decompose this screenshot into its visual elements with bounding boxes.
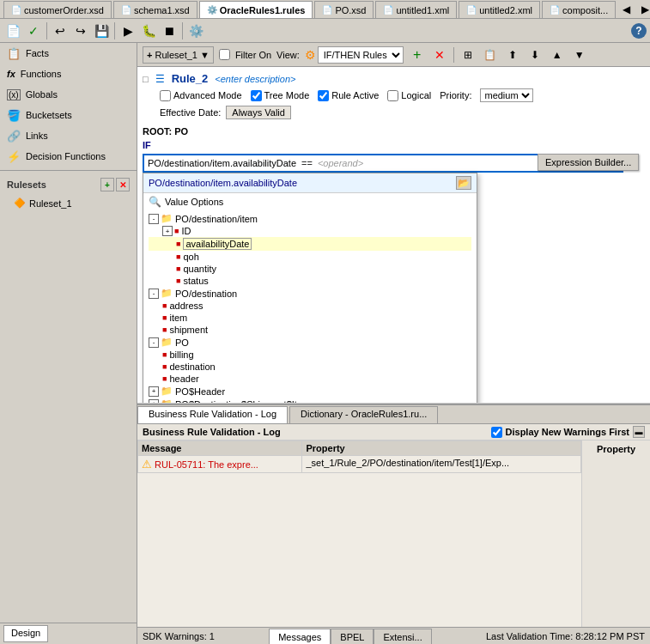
messages-tab[interactable]: Messages bbox=[269, 629, 331, 644]
expand-icon3[interactable]: - bbox=[149, 337, 159, 348]
status-tabs: Messages BPEL Extensi... bbox=[269, 628, 432, 644]
value-options-label: 🔍 Value Options bbox=[143, 193, 477, 210]
sidebar-item-globals[interactable]: (x) Globals bbox=[0, 84, 137, 105]
tree-node-availabilitydate[interactable]: ■ availabilityDate bbox=[149, 237, 471, 251]
if-label: IF bbox=[143, 140, 645, 150]
tree-node-id[interactable]: + ■ ID bbox=[149, 225, 471, 237]
tree-node-posdestshipitem[interactable]: + 📁 PO$Destination$Shipment$Item bbox=[149, 398, 471, 404]
tree-node-status[interactable]: ■ status bbox=[149, 275, 471, 287]
collapse-panel-btn[interactable]: ▬ bbox=[633, 426, 645, 438]
node-attr-icon5: ■ bbox=[176, 276, 180, 285]
delete-red-btn[interactable]: ✕ bbox=[431, 46, 448, 64]
tree-node-po-dest[interactable]: - 📁 PO/destination bbox=[149, 287, 471, 300]
move-up-btn[interactable]: ⬆ bbox=[504, 46, 521, 64]
expression-operand[interactable]: <operand> bbox=[318, 158, 363, 168]
tree-node-item[interactable]: ■ item bbox=[149, 312, 471, 324]
expression-path: PO/destination/item.availabilityDate bbox=[148, 158, 296, 168]
move-down-btn[interactable]: ⬇ bbox=[526, 46, 544, 64]
validation-table: Message Property ⚠ RUL-05711: The expre.… bbox=[137, 440, 581, 473]
tree-node-shipment[interactable]: ■ shipment bbox=[149, 324, 471, 336]
undo-btn[interactable]: ↩ bbox=[51, 21, 70, 40]
expand-all-btn[interactable]: ▲ bbox=[549, 46, 566, 64]
collapse-all-btn[interactable]: ▼ bbox=[571, 46, 588, 64]
extensi-tab[interactable]: Extensi... bbox=[374, 629, 431, 644]
sidebar-item-links[interactable]: 🔗 Links bbox=[0, 125, 137, 146]
logical-checkbox[interactable] bbox=[387, 90, 398, 101]
node-attr-icon: ■ bbox=[174, 227, 179, 235]
add-rule-btn[interactable]: + Ruleset_1 ▼ bbox=[143, 46, 214, 64]
validation-tab[interactable]: Business Rule Validation - Log bbox=[137, 406, 288, 423]
ruleset-icon: 🔶 bbox=[14, 197, 26, 209]
tree-node-posheader[interactable]: + 📁 PO$Header bbox=[149, 385, 471, 398]
tree-node-qoh[interactable]: ■ qoh bbox=[149, 251, 471, 263]
tab-poxsd[interactable]: 📄 PO.xsd bbox=[314, 1, 374, 18]
node-attr-icon2: ■ bbox=[176, 240, 180, 248]
tree-node-quantity[interactable]: ■ quantity bbox=[149, 263, 471, 275]
view-dropdown[interactable]: IF/THEN Rules Decision Table General Rul… bbox=[318, 46, 404, 64]
tree-node-header[interactable]: ■ header bbox=[149, 373, 471, 385]
tree-mode-checkbox[interactable] bbox=[251, 90, 262, 101]
copy-btn[interactable]: ⊞ bbox=[459, 46, 477, 64]
node-attr-icon9: ■ bbox=[162, 350, 167, 359]
dictionary-tab[interactable]: Dictionary - OracleRules1.ru... bbox=[289, 406, 438, 423]
sidebar-item-bucketsets[interactable]: 🪣 Bucketsets bbox=[0, 105, 137, 125]
nav-right-btn[interactable]: ▶ bbox=[636, 1, 650, 18]
root-label: ROOT: PO bbox=[143, 126, 645, 137]
expand-icon[interactable]: + bbox=[162, 226, 173, 236]
new-btn[interactable]: 📄 bbox=[3, 21, 22, 40]
expand-icon[interactable]: - bbox=[149, 214, 159, 224]
tab-untitled1[interactable]: 📄 untitled1.xml bbox=[375, 1, 457, 18]
node-attr-icon3: ■ bbox=[176, 252, 180, 261]
design-tab[interactable]: Design bbox=[3, 625, 48, 642]
rule-header-row: □ ☰ Rule_2 <enter description> bbox=[143, 72, 645, 85]
sidebar-item-functions[interactable]: fx Functions bbox=[0, 64, 137, 84]
dropdown-field-btn[interactable]: 📂 bbox=[456, 176, 471, 190]
run-btn[interactable]: ▶ bbox=[118, 21, 137, 40]
expression-builder-btn[interactable]: Expression Builder... bbox=[538, 154, 639, 171]
stop-btn[interactable]: ⏹ bbox=[160, 21, 179, 40]
filter-on-checkbox[interactable] bbox=[219, 49, 230, 60]
settings-btn[interactable]: ⚙️ bbox=[186, 21, 205, 40]
tree-node-address[interactable]: ■ address bbox=[149, 300, 471, 312]
toolbar-sep-1 bbox=[46, 22, 47, 39]
bottom-panel: Business Rule Validation - Log Dictionar… bbox=[137, 404, 650, 644]
rule-name: Rule_2 bbox=[172, 72, 209, 85]
redo-btn[interactable]: ↪ bbox=[71, 21, 90, 40]
advanced-mode-checkbox[interactable] bbox=[160, 90, 171, 101]
property-path: _set_1/Rule_2/PO/destination/item/Test[1… bbox=[302, 456, 581, 473]
display-warnings-checkbox[interactable] bbox=[491, 427, 502, 438]
always-valid-button[interactable]: Always Valid bbox=[226, 106, 291, 119]
tab-composit[interactable]: 📄 composit... bbox=[542, 1, 616, 18]
node-attr-icon6: ■ bbox=[162, 301, 167, 310]
ruleset-item-1[interactable]: 🔶 Ruleset_1 bbox=[0, 195, 137, 211]
rule-description[interactable]: <enter description> bbox=[215, 74, 295, 84]
debug-btn[interactable]: 🐛 bbox=[139, 21, 158, 40]
tree-node-po-dest-item[interactable]: - 📁 PO/destination/item bbox=[149, 212, 471, 225]
add-ruleset-btn[interactable]: + bbox=[100, 178, 114, 191]
rule-active-checkbox[interactable] bbox=[318, 90, 329, 101]
node-attr-icon4: ■ bbox=[176, 264, 180, 273]
tab-untitled2[interactable]: 📄 untitled2.xml bbox=[459, 1, 540, 18]
expand-icon2[interactable]: - bbox=[149, 289, 159, 299]
nav-left-btn[interactable]: ◀ bbox=[617, 1, 635, 18]
priority-select[interactable]: medium low high bbox=[480, 88, 533, 102]
tree-node-billing[interactable]: ■ billing bbox=[149, 349, 471, 361]
bpel-tab[interactable]: BPEL bbox=[331, 629, 374, 644]
main-toolbar: 📄 ✓ ↩ ↪ 💾 ▶ 🐛 ⏹ ⚙️ ? bbox=[0, 19, 650, 43]
display-warnings-option: Display New Warnings First ▬ bbox=[491, 426, 645, 438]
tree-node-destination[interactable]: ■ destination bbox=[149, 361, 471, 373]
remove-ruleset-btn[interactable]: ✕ bbox=[116, 178, 130, 191]
help-btn[interactable]: ? bbox=[631, 23, 647, 39]
tab-schema1[interactable]: 📄 schema1.xsd bbox=[113, 1, 197, 18]
tab-customerorder[interactable]: 📄 customerOrder.xsd bbox=[3, 1, 112, 18]
check-btn[interactable]: ✓ bbox=[24, 21, 43, 40]
tree-node-po[interactable]: - 📁 PO bbox=[149, 336, 471, 349]
sidebar-item-decisionfunctions[interactable]: ⚡ Decision Functions bbox=[0, 146, 137, 167]
expand-icon4[interactable]: + bbox=[149, 386, 159, 397]
paste-btn[interactable]: 📋 bbox=[482, 46, 499, 64]
save-btn[interactable]: 💾 bbox=[92, 21, 111, 40]
sidebar-item-facts[interactable]: 📋 Facts bbox=[0, 43, 137, 64]
tab-oraclerules[interactable]: ⚙️ OracleRules1.rules bbox=[199, 1, 313, 18]
filter-on-label: Filter On bbox=[235, 50, 271, 60]
add-green-btn[interactable]: + bbox=[409, 46, 426, 64]
